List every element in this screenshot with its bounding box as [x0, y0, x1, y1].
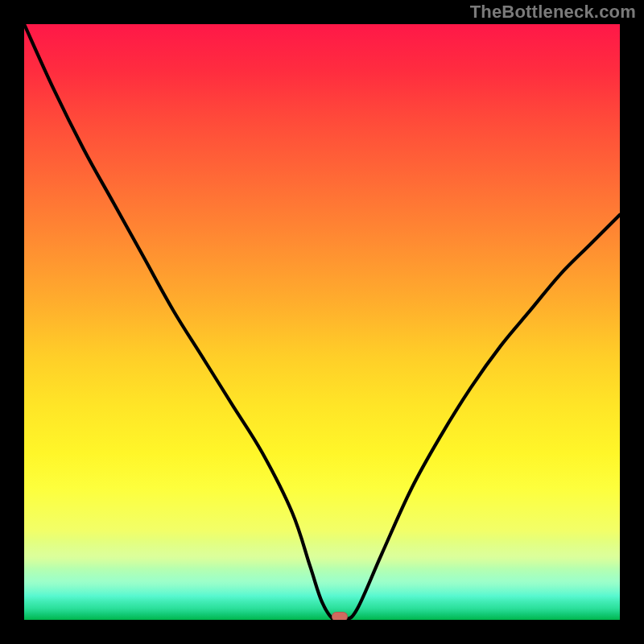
plot-area	[24, 24, 620, 620]
attribution-text: TheBottleneck.com	[470, 2, 636, 23]
curve-svg	[24, 24, 620, 620]
optimum-marker-icon	[332, 612, 348, 620]
chart-stage: TheBottleneck.com	[0, 0, 644, 644]
bottleneck-curve	[24, 24, 620, 620]
